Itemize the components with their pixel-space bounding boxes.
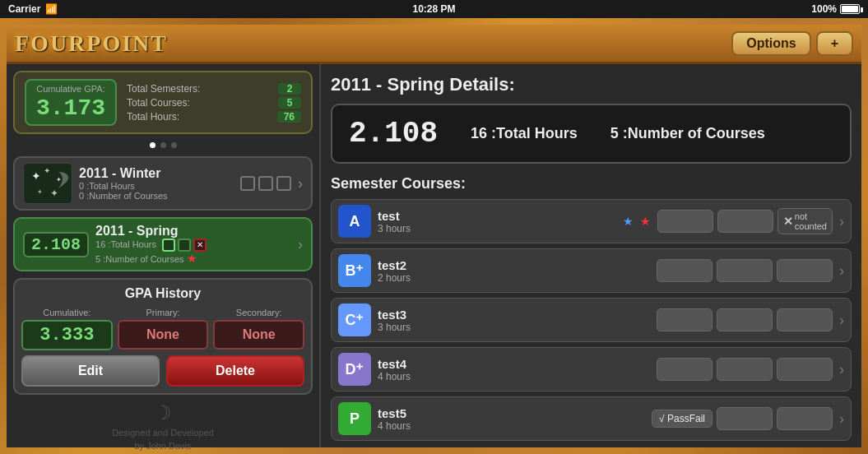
course-hours-5: 4 hours — [378, 420, 645, 432]
checkbox-1[interactable] — [240, 176, 255, 191]
course-fields-4 — [657, 358, 833, 381]
designed-by-section: ☽ Designed and Developed by John Davis — [13, 401, 313, 451]
semester-card-spring[interactable]: 2.108 2011 - Spring 16 :Total Hours ✕ 5 … — [13, 217, 313, 271]
course-field-3a[interactable] — [657, 308, 713, 331]
delete-button[interactable]: Delete — [166, 355, 304, 387]
course-row-3[interactable]: C⁺ test3 3 hours › — [331, 298, 852, 342]
not-counted-button[interactable]: ✕ notcounted — [777, 208, 833, 234]
course-name-4: test4 — [378, 357, 650, 371]
course-field-3c[interactable] — [777, 308, 833, 331]
course-row-4[interactable]: D⁺ test4 4 hours › — [331, 347, 852, 391]
by-line-text: by John Davis — [13, 441, 313, 451]
course-field-1a[interactable] — [657, 210, 713, 233]
course-fields-3 — [657, 308, 833, 331]
spring-star-icon: ★ — [187, 252, 197, 265]
course-chevron-2: › — [839, 262, 844, 280]
semesters-value: 2 — [278, 83, 301, 95]
course-hours-1: 3 hours — [378, 223, 616, 234]
course-hours-2: 2 hours — [378, 272, 650, 284]
hours-value: 76 — [277, 111, 301, 123]
cumulative-gpa-label: Cumulative GPA: — [36, 84, 105, 94]
stat-row-courses: Total Courses: 5 — [127, 97, 301, 109]
course-field-4a[interactable] — [657, 358, 713, 381]
course-info-5: test5 4 hours — [378, 406, 645, 432]
hours-label: Total Hours: — [127, 111, 179, 123]
header-buttons: Options + — [731, 31, 853, 56]
star-blue-icon: ★ — [623, 215, 634, 228]
course-field-3b[interactable] — [717, 308, 773, 331]
course-fields-1: ✕ notcounted — [657, 208, 833, 234]
semester-thumb-winter: ✦ ✦ ✦ ✦ ✦ — [23, 163, 72, 204]
winter-illustration: ✦ ✦ ✦ ✦ ✦ — [27, 165, 68, 202]
detail-hours-stat: 16 :Total Hours — [471, 125, 578, 142]
course-field-4b[interactable] — [717, 358, 773, 381]
star-red-icon: ★ — [640, 215, 651, 228]
course-field-2a[interactable] — [657, 259, 713, 282]
sidebar: Cumulative GPA: 3.173 Total Semesters: 2… — [7, 64, 319, 447]
battery-label: 100% — [811, 3, 837, 15]
status-bar: Carrier 📶 10:28 PM 100% — [0, 0, 868, 18]
carrier-label: Carrier — [8, 3, 40, 15]
course-name-1: test — [378, 209, 616, 223]
status-time: 10:28 PM — [412, 3, 455, 15]
semester-hours-winter: 0 :Total Hours — [79, 181, 234, 191]
course-info-1: test 3 hours — [378, 209, 616, 234]
secondary-history-item: Secondary: None — [213, 308, 304, 350]
main-content: Cumulative GPA: 3.173 Total Semesters: 2… — [7, 64, 861, 447]
course-field-5b[interactable] — [717, 407, 773, 430]
grade-badge-c: C⁺ — [338, 303, 371, 336]
app-header: FOURPOINT Options + — [7, 25, 861, 64]
options-button[interactable]: Options — [731, 31, 810, 56]
grade-badge-a: A — [338, 205, 371, 238]
semester-hours-spring: 16 :Total Hours ✕ — [95, 239, 291, 252]
x-icon: ✕ — [783, 215, 793, 228]
course-field-2c[interactable] — [777, 259, 833, 282]
checkbox-3[interactable] — [276, 176, 291, 191]
semester-card-winter[interactable]: ✦ ✦ ✦ ✦ ✦ 2011 - Winter 0 :Total Hours — [13, 156, 313, 211]
secondary-history-label: Secondary: — [213, 308, 304, 317]
course-field-2b[interactable] — [717, 259, 773, 282]
page-dots — [13, 141, 313, 150]
course-row-5[interactable]: P test5 4 hours √ PassFail › — [331, 396, 852, 441]
course-field-1b[interactable] — [717, 210, 773, 233]
gpa-history-title: GPA History — [21, 286, 304, 301]
snowflake-container: ✦ ✦ ✦ ✦ ✦ — [24, 163, 72, 204]
svg-text:✦: ✦ — [56, 176, 62, 183]
grade-badge-b: B⁺ — [338, 254, 371, 287]
passfail-button[interactable]: √ PassFail — [652, 410, 713, 428]
course-field-4c[interactable] — [777, 358, 833, 381]
status-left: Carrier 📶 — [8, 3, 58, 15]
svg-text:✦: ✦ — [50, 188, 58, 199]
detail-courses-value: 5 — [610, 125, 619, 141]
courses-label: Total Courses: — [127, 97, 190, 109]
add-button[interactable]: + — [816, 31, 853, 56]
detail-title: 2011 - Spring Details: — [331, 74, 852, 95]
not-counted-label: notcounted — [795, 211, 827, 231]
cumulative-history-value: 3.333 — [21, 320, 113, 350]
detail-courses-stat: 5 :Number of Courses — [610, 125, 765, 142]
course-hours-3: 3 hours — [378, 322, 650, 333]
checkbox-2[interactable] — [258, 176, 273, 191]
detail-hours-label: :Total Hours — [491, 125, 578, 141]
course-chevron-1: › — [839, 213, 844, 230]
semester-courses-spring: 5 :Number of Courses ★ — [95, 252, 291, 265]
course-field-5c[interactable] — [777, 407, 833, 430]
gpa-history-row: Cumulative: 3.333 Primary: None Secondar… — [21, 308, 304, 350]
course-name-3: test3 — [378, 308, 650, 322]
svg-text:✦: ✦ — [31, 169, 41, 183]
stat-row-hours: Total Hours: 76 — [127, 111, 301, 123]
course-row-1[interactable]: A test 3 hours ★ ★ ✕ notcounted › — [331, 199, 852, 243]
winter-chevron: › — [298, 175, 303, 192]
course-fields-5: √ PassFail — [652, 407, 833, 430]
grade-badge-d: D⁺ — [338, 353, 371, 386]
edit-button[interactable]: Edit — [21, 355, 160, 387]
course-info-3: test3 3 hours — [378, 308, 650, 333]
status-right: 100% — [811, 3, 860, 15]
courses-title: Semester Courses: — [331, 175, 852, 192]
svg-text:✦: ✦ — [37, 188, 43, 196]
course-row-2[interactable]: B⁺ test2 2 hours › — [331, 248, 852, 293]
primary-history-label: Primary: — [118, 308, 209, 317]
spring-gpa-badge: 2.108 — [23, 232, 89, 257]
wood-frame: FOURPOINT Options + Cumulative GPA: 3.17… — [0, 18, 868, 454]
course-hours-4: 4 hours — [378, 371, 650, 382]
